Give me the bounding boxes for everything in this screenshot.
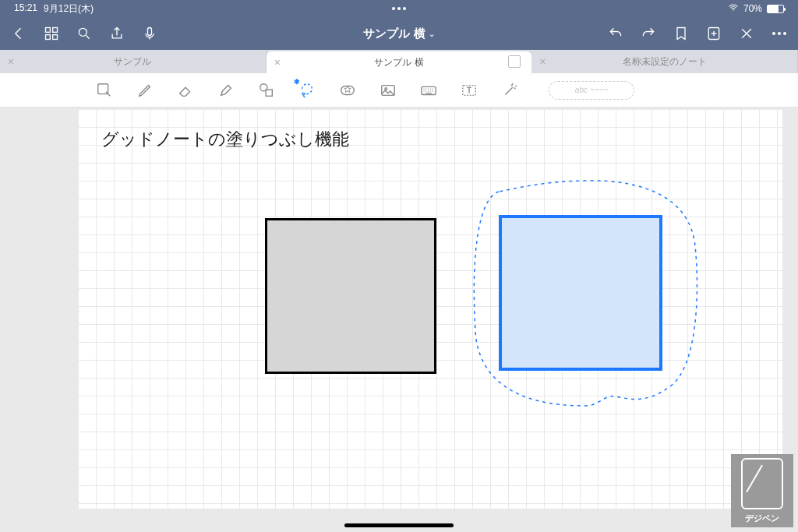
textbox-tool[interactable]	[458, 79, 480, 101]
mic-icon[interactable]	[142, 26, 157, 41]
status-bar: 15:21 9月12日(木) 70%	[0, 0, 798, 17]
pages-icon[interactable]	[510, 57, 521, 68]
tab-untitled[interactable]: × 名称未設定のノート	[531, 50, 798, 73]
tab-label: 名称未設定のノート	[623, 55, 707, 69]
grid-icon[interactable]	[44, 26, 59, 41]
laser-tool[interactable]	[499, 79, 521, 101]
watermark-tablet-icon	[741, 458, 783, 509]
close-icon[interactable]	[739, 26, 754, 41]
eraser-tool[interactable]	[175, 79, 196, 101]
elements-tool[interactable]	[337, 79, 358, 101]
zoom-tool[interactable]	[94, 79, 115, 101]
document-title: サンプル 横	[363, 26, 425, 41]
watermark-label: デジペン	[745, 513, 779, 524]
document-title-dropdown[interactable]: サンプル 横 ⌄	[363, 26, 434, 41]
lasso-tool[interactable]: ✱	[296, 79, 318, 101]
tab-close-icon[interactable]: ×	[274, 56, 281, 69]
tab-close-icon[interactable]: ×	[8, 55, 14, 68]
wifi-icon	[728, 2, 739, 16]
battery-icon	[767, 5, 784, 13]
add-page-icon[interactable]	[706, 26, 722, 41]
home-indicator[interactable]	[344, 523, 454, 527]
tab-sample-landscape[interactable]: × サンプル 横	[267, 51, 532, 73]
tab-sample[interactable]: × サンプル	[0, 50, 267, 73]
note-page[interactable]: グッドノートの塗りつぶし機能	[78, 109, 782, 509]
svg-rect-0	[46, 28, 51, 33]
redo-icon[interactable]	[641, 26, 656, 41]
keyboard-tool[interactable]	[418, 79, 440, 101]
svg-rect-3	[53, 35, 58, 40]
search-icon[interactable]	[76, 26, 92, 41]
tab-label: サンプル 横	[374, 56, 423, 69]
status-date: 9月12日(木)	[44, 2, 94, 16]
shape-tool[interactable]	[256, 79, 277, 101]
status-time: 15:21	[14, 2, 37, 16]
gray-square-shape[interactable]	[265, 218, 436, 374]
svg-rect-2	[46, 35, 51, 40]
watermark-badge: デジペン	[731, 454, 793, 527]
document-tabs: × サンプル × サンプル 横 × 名称未設定のノート	[0, 50, 798, 73]
chevron-down-icon: ⌄	[429, 30, 435, 38]
pen-tool[interactable]	[134, 79, 156, 101]
bluetooth-badge-icon: ✱	[294, 78, 300, 86]
more-icon[interactable]	[772, 26, 787, 41]
tool-toolbar: ✱ abc ~~~~	[0, 73, 798, 107]
back-icon[interactable]	[11, 26, 26, 41]
bookmark-icon[interactable]	[673, 26, 689, 41]
image-tool[interactable]	[377, 79, 399, 101]
svg-point-10	[302, 93, 305, 95]
svg-rect-1	[53, 28, 58, 33]
undo-icon[interactable]	[608, 26, 623, 41]
tab-close-icon[interactable]: ×	[539, 55, 546, 68]
highlighter-tool[interactable]	[215, 79, 237, 101]
app-navbar: サンプル 横 ⌄	[0, 17, 798, 50]
svg-rect-5	[148, 28, 152, 36]
tab-label: サンプル	[114, 55, 151, 69]
canvas-area[interactable]: グッドノートの塗りつぶし機能	[0, 107, 798, 532]
lasso-selection[interactable]	[468, 176, 701, 410]
status-battery-pct: 70%	[743, 3, 762, 14]
share-icon[interactable]	[109, 26, 125, 41]
multitask-dots[interactable]	[392, 7, 406, 10]
svg-rect-9	[266, 90, 272, 96]
svg-rect-11	[341, 86, 355, 94]
handwriting-placeholder: abc ~~~~	[575, 86, 608, 94]
handwriting-preview[interactable]: abc ~~~~	[549, 81, 634, 100]
note-heading: グッドノートの塗りつぶし機能	[101, 128, 349, 151]
svg-point-4	[79, 28, 87, 36]
